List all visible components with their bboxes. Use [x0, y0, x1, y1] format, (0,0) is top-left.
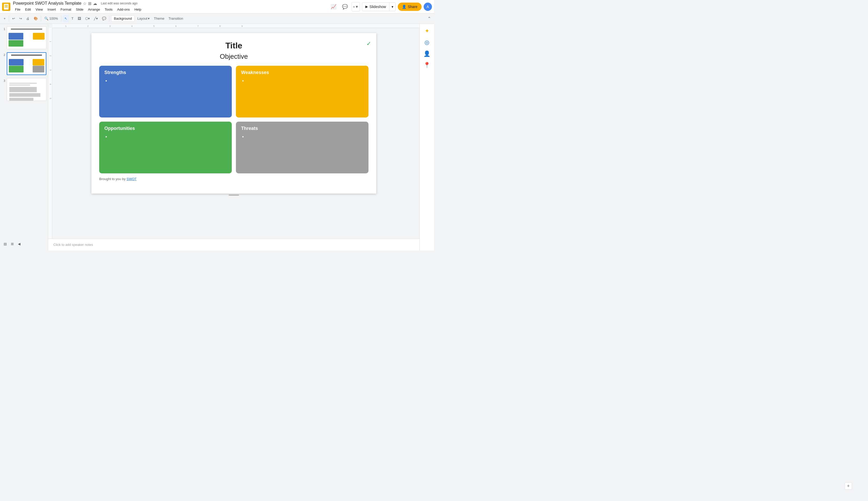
footer-text: Brought to you by: [99, 177, 127, 181]
slide-num-1: 1: [2, 28, 5, 31]
prev1-green-box: [9, 40, 23, 47]
app-logo[interactable]: [2, 3, 10, 11]
line-btn[interactable]: ╱▾: [92, 15, 100, 22]
redo-btn[interactable]: ↪: [18, 15, 23, 22]
layout-btn[interactable]: Layout▾: [136, 15, 151, 22]
comment-btn[interactable]: 💬: [101, 15, 108, 22]
background-button[interactable]: Background: [111, 15, 135, 22]
speaker-notes-placeholder: Click to add speaker notes: [53, 243, 93, 247]
slide-footer: Brought to you by SWOT: [91, 176, 376, 182]
swot-threats[interactable]: Threats •: [236, 121, 368, 173]
menu-slide[interactable]: Slide: [74, 7, 85, 12]
prev2-title-bar: [11, 55, 42, 56]
slide-num-2: 2: [2, 53, 5, 56]
speaker-notes[interactable]: Click to add speaker notes: [48, 238, 419, 250]
prev2-yellow-box: [33, 59, 44, 65]
ruler-horizontal: 1 2 3 4 5 6 7 8 9: [52, 24, 419, 28]
menu-arrange[interactable]: Arrange: [86, 7, 102, 12]
footer-link[interactable]: SWOT: [127, 177, 137, 181]
slide-thumb-2[interactable]: 2: [1, 52, 47, 76]
print-btn[interactable]: 🖨: [24, 15, 31, 22]
slide-preview-2[interactable]: [7, 52, 46, 75]
slide-objective[interactable]: Objective: [91, 53, 376, 61]
threats-label: Threats: [241, 126, 363, 131]
menu-file[interactable]: File: [13, 7, 22, 12]
collapse-panel-btn[interactable]: ◀: [16, 240, 22, 247]
slide-title[interactable]: Title: [91, 33, 376, 51]
sidebar-maps-icon[interactable]: 📍: [422, 60, 432, 71]
slideshow-main[interactable]: ▶ Slideshow: [362, 3, 389, 11]
share-button[interactable]: 👤 Share: [398, 3, 421, 11]
sidebar-comments-ring-icon[interactable]: ◎: [422, 37, 432, 47]
checkmark-icon: ✓: [366, 40, 371, 47]
menu-edit[interactable]: Edit: [23, 7, 33, 12]
add-slide-toolbar-btn[interactable]: +: [2, 15, 7, 22]
canvas-with-ruler: 1 2 3 4 5 6 7 8 9 1 2 3 4 5: [48, 24, 419, 238]
theme-label: Theme: [154, 17, 164, 20]
swot-opportunities[interactable]: Opportunities •: [99, 121, 232, 173]
cloud-icon[interactable]: ☁: [93, 1, 97, 6]
zoom-btn[interactable]: 🔍 100%: [43, 15, 60, 22]
divider-3: [61, 16, 61, 21]
prev1-yellow-box: [33, 33, 44, 40]
layout-label: Layout: [137, 17, 147, 20]
slide-thumb-3[interactable]: 3: [1, 78, 47, 102]
avatar[interactable]: A: [423, 3, 432, 11]
text-btn[interactable]: T: [70, 15, 75, 22]
swot-grid: Strengths • Weaknesses • O: [99, 66, 368, 173]
content-area: 1 2 3: [0, 24, 434, 250]
prev1-title-bar: [11, 29, 42, 30]
doc-title: Powerpoint SWOT Analysis Template ☆ ⊞ ☁ …: [13, 1, 329, 6]
view-single-btn[interactable]: ▤: [2, 240, 8, 247]
slide-panel: 1 2 3: [0, 24, 48, 250]
menu-bar: File Edit View Insert Format Slide Arran…: [13, 7, 329, 12]
weaknesses-label: Weaknesses: [241, 70, 363, 75]
prev1-blue-box: [9, 33, 23, 40]
slide-canvas[interactable]: Title Objective ✓ Strengths •: [91, 33, 376, 194]
menu-help[interactable]: Help: [132, 7, 144, 12]
slide-preview-1[interactable]: [7, 26, 46, 49]
prev2-blue-box: [9, 59, 23, 65]
divider-4: [109, 16, 109, 21]
sidebar-person-icon[interactable]: 👤: [422, 49, 432, 59]
swot-weaknesses[interactable]: Weaknesses •: [236, 66, 368, 117]
slide-thumb-1[interactable]: 1: [1, 26, 47, 50]
menu-tools[interactable]: Tools: [103, 7, 114, 12]
right-sidebar: ✦ ◎ 👤 📍: [419, 24, 434, 250]
strengths-bullet: •: [105, 78, 227, 84]
menu-insert[interactable]: Insert: [45, 7, 58, 12]
analytics-icon[interactable]: 📈: [329, 2, 338, 11]
doc-title-text[interactable]: Powerpoint SWOT Analysis Template: [13, 1, 81, 6]
sidebar-explore-icon[interactable]: ✦: [422, 26, 432, 36]
ruler-vertical: 1 2 3 4 5: [48, 28, 52, 238]
slide-num-3: 3: [2, 79, 5, 82]
strengths-label: Strengths: [104, 70, 227, 75]
folder-icon[interactable]: ⊞: [88, 1, 91, 6]
zoom-level: 100%: [50, 17, 58, 20]
slide-preview-3[interactable]: [7, 78, 46, 101]
comments-icon[interactable]: 💬: [340, 2, 349, 11]
paint-format-btn[interactable]: 🎨: [32, 15, 39, 22]
collapse-toolbar-btn[interactable]: ⌃: [427, 15, 432, 22]
undo-btn[interactable]: ↩: [11, 15, 17, 22]
swot-strengths[interactable]: Strengths •: [99, 66, 232, 117]
cursor-btn[interactable]: ↖: [63, 15, 69, 22]
share-icon: 👤: [402, 5, 406, 9]
transition-btn[interactable]: Transition: [167, 15, 185, 22]
slideshow-dropdown[interactable]: ▾: [389, 3, 395, 11]
image-btn[interactable]: 🖼: [76, 15, 83, 22]
slideshow-button[interactable]: ▶ Slideshow ▾: [362, 2, 396, 11]
canvas-and-notes: 1 2 3 4 5 6 7 8 9 1 2 3 4 5: [48, 24, 419, 250]
new-slide-icon[interactable]: +▼: [352, 2, 360, 11]
prev2-green-box: [9, 66, 23, 72]
opportunities-label: Opportunities: [104, 126, 227, 131]
share-label: Share: [408, 5, 417, 9]
view-grid-btn[interactable]: ⊞: [9, 240, 15, 247]
shape-btn[interactable]: ⬡▾: [84, 15, 91, 22]
resize-handle[interactable]: [229, 194, 239, 197]
menu-view[interactable]: View: [33, 7, 45, 12]
theme-btn[interactable]: Theme: [152, 15, 166, 22]
menu-addons[interactable]: Add-ons: [115, 7, 132, 12]
star-icon[interactable]: ☆: [83, 1, 86, 6]
menu-format[interactable]: Format: [59, 7, 73, 12]
